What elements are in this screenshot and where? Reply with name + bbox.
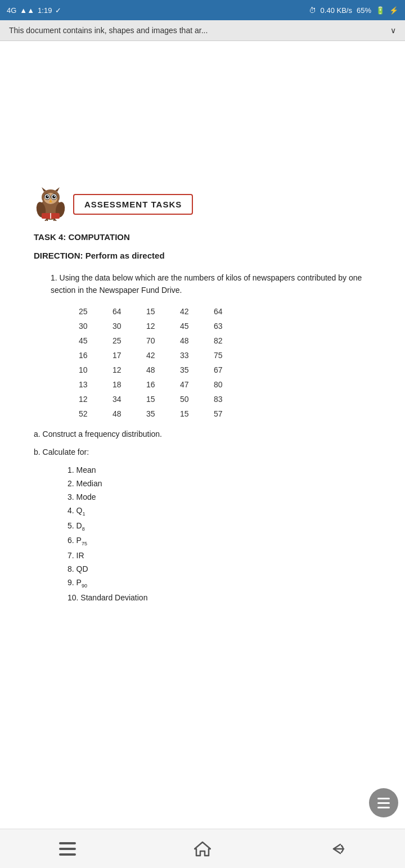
svg-point-10 (54, 196, 55, 197)
status-bar: 4G ▲▲ 1:19 ✓ ⏱ 0.40 KB/s 65% 🔋 ⚡ (0, 0, 405, 20)
data-cell: 15 (146, 395, 180, 404)
list-item: 4. Q1 (51, 506, 371, 517)
data-row: 16 17 42 33 75 (79, 351, 371, 360)
home-nav-button[interactable] (192, 839, 213, 859)
list-item: 10. Standard Deviation (51, 593, 371, 602)
question-number: 1. (51, 273, 60, 282)
data-cell: 64 (112, 307, 146, 316)
data-row: 45 25 70 48 82 (79, 336, 371, 345)
data-cell: 30 (79, 322, 112, 331)
data-cell: 33 (180, 351, 214, 360)
list-item: 9. P90 (51, 578, 371, 589)
data-cell: 57 (214, 409, 248, 418)
charge-icon: ⚡ (389, 6, 398, 15)
data-row: 12 34 15 50 83 (79, 395, 371, 404)
back-nav-button[interactable] (327, 839, 348, 859)
carrier-label: 4G (7, 6, 16, 15)
chevron-down-icon[interactable]: ∨ (390, 26, 396, 35)
direction-text: DIRECTION: Perform as directed (34, 251, 371, 260)
question-body: Using the data below which are the numbe… (51, 273, 362, 295)
data-cell: 48 (180, 336, 214, 345)
hamburger-icon (377, 798, 390, 808)
battery-label: 65% (357, 6, 371, 15)
svg-point-7 (46, 195, 49, 198)
data-cell: 17 (112, 351, 146, 360)
status-right: ⏱ 0.40 KB/s 65% 🔋 ⚡ (309, 6, 398, 15)
data-row: 52 48 35 15 57 (79, 409, 371, 418)
data-cell: 42 (180, 307, 214, 316)
calculate-list: 1. Mean 2. Median 3. Mode 4. Q1 5. D8 6.… (34, 465, 371, 602)
list-item: 5. D8 (51, 521, 371, 532)
data-cell: 16 (146, 380, 180, 389)
data-cell: 13 (79, 380, 112, 389)
data-cell: 50 (180, 395, 214, 404)
signal-icon: ▲▲ (20, 6, 34, 15)
data-cell: 25 (112, 336, 146, 345)
sub-question-a: a. Construct a frequency distribution. (34, 430, 371, 438)
data-cell: 12 (79, 395, 112, 404)
list-item: 1. Mean (51, 465, 371, 474)
list-item: 7. IR (51, 551, 371, 560)
list-item: 6. P75 (51, 536, 371, 546)
status-left: 4G ▲▲ 1:19 ✓ (7, 6, 61, 15)
data-cell: 45 (79, 336, 112, 345)
data-speed-label: 0.40 KB/s (321, 6, 352, 15)
data-row: 10 12 48 35 67 (79, 365, 371, 374)
menu-nav-icon (59, 842, 76, 856)
list-item: 3. Mode (51, 492, 371, 501)
task-title: TASK 4: COMPUTATION (34, 232, 371, 242)
data-cell: 15 (180, 409, 214, 418)
data-cell: 34 (112, 395, 146, 404)
assessment-header: ASSESSMENT TASKS (0, 187, 405, 221)
data-cell: 30 (112, 322, 146, 331)
back-nav-icon (329, 841, 346, 857)
list-item: 8. QD (51, 564, 371, 573)
data-cell: 35 (180, 365, 214, 374)
notification-bar[interactable]: This document contains ink, shapes and i… (0, 20, 405, 41)
data-row: 13 18 16 47 80 (79, 380, 371, 389)
data-cell: 12 (112, 365, 146, 374)
notification-text: This document contains ink, shapes and i… (9, 26, 208, 35)
floating-menu-button[interactable] (369, 788, 398, 817)
svg-marker-23 (195, 842, 210, 856)
data-cell: 80 (214, 380, 248, 389)
data-cell: 70 (146, 336, 180, 345)
data-cell: 48 (112, 409, 146, 418)
data-cell: 67 (214, 365, 248, 374)
data-cell: 45 (180, 322, 214, 331)
data-cell: 47 (180, 380, 214, 389)
data-cell: 18 (112, 380, 146, 389)
bottom-navigation (0, 829, 405, 868)
svg-point-8 (52, 195, 56, 198)
data-table: 25 64 15 42 64 30 30 12 45 63 45 25 70 (51, 307, 371, 418)
document-area: ASSESSMENT TASKS TASK 4: COMPUTATION DIR… (0, 41, 405, 650)
download-icon: ✓ (55, 6, 61, 15)
content-area: TASK 4: COMPUTATION DIRECTION: Perform a… (0, 232, 405, 602)
data-cell: 15 (146, 307, 180, 316)
data-cell: 83 (214, 395, 248, 404)
time-label: 1:19 (38, 6, 52, 15)
assessment-tasks-label: ASSESSMENT TASKS (73, 194, 193, 215)
data-cell: 16 (79, 351, 112, 360)
data-cell: 52 (79, 409, 112, 418)
question-text: 1. Using the data below which are the nu… (51, 272, 371, 297)
data-cell: 10 (79, 365, 112, 374)
svg-rect-22 (59, 853, 76, 856)
data-cell: 12 (146, 322, 180, 331)
data-cell: 82 (214, 336, 248, 345)
data-cell: 35 (146, 409, 180, 418)
data-cell: 63 (214, 322, 248, 331)
data-cell: 75 (214, 351, 248, 360)
clock-icon: ⏱ (309, 6, 316, 15)
battery-icon: 🔋 (376, 6, 385, 15)
svg-rect-20 (59, 842, 76, 844)
data-cell: 42 (146, 351, 180, 360)
data-row: 30 30 12 45 63 (79, 322, 371, 331)
owl-icon (34, 187, 68, 221)
data-row: 25 64 15 42 64 (79, 307, 371, 316)
list-item: 2. Median (51, 479, 371, 488)
menu-nav-button[interactable] (57, 839, 78, 859)
svg-rect-21 (59, 848, 76, 850)
svg-point-9 (47, 196, 48, 197)
data-cell: 64 (214, 307, 248, 316)
